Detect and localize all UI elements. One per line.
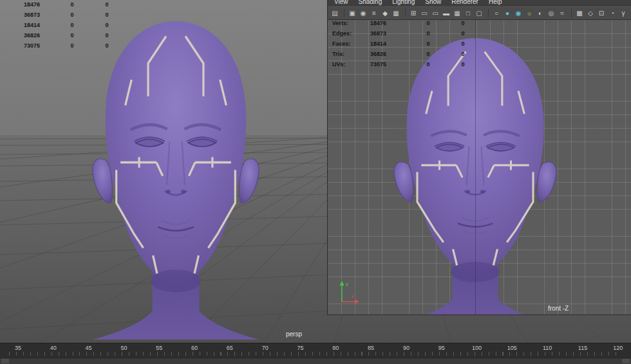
hud-value: 0	[67, 1, 77, 8]
time-slider[interactable]: 3540455055606570758085909510010511011512…	[0, 343, 631, 364]
hud-value: 36873	[370, 30, 386, 37]
panel-front: View Shading Lighting Show Renderer Help…	[327, 0, 631, 315]
timeline-tick-label: 60	[187, 345, 202, 351]
toolbar-separator	[341, 9, 344, 17]
hud-value: 18414	[1, 22, 40, 28]
viewport-front[interactable]: Verts:1847600 Edges:3687300 Faces:184140…	[328, 20, 631, 314]
hud-label: Tris:	[332, 51, 344, 57]
viewport-label-front: front -Z	[548, 305, 569, 312]
axis-y-label: y	[346, 281, 348, 287]
hud-value: 0	[423, 41, 433, 47]
range-slider[interactable]	[0, 358, 631, 364]
hud-row: 1847600	[0, 1, 142, 12]
timeline-tick-label: 105	[504, 345, 520, 351]
hud-row: Faces:1841400	[328, 41, 482, 51]
smooth-shade-icon[interactable]: ●	[502, 8, 513, 18]
hud-value: 0	[67, 32, 77, 39]
hud-value: 0	[423, 51, 433, 57]
two-d-pan-zoom-icon[interactable]: ⊞	[408, 8, 419, 18]
toolbar-separator	[485, 9, 489, 17]
menu-lighting[interactable]: Lighting	[392, 0, 415, 5]
motion-blur-icon[interactable]: ≈	[557, 8, 567, 18]
head-model-persp[interactable]	[72, 17, 279, 340]
hud-row: Edges:3687300	[328, 30, 482, 41]
hud-row: 3687300	[0, 12, 142, 22]
panel-menubar: View Shading Lighting Show Renderer Help	[328, 0, 631, 6]
menu-renderer[interactable]: Renderer	[451, 0, 478, 5]
select-camera-icon[interactable]: ▣	[347, 8, 357, 18]
timeline-tick-label: 95	[434, 345, 449, 351]
exposure-icon[interactable]: ◔	[607, 8, 617, 18]
menu-show[interactable]: Show	[425, 0, 441, 5]
timeline-tick-label: 50	[116, 345, 131, 351]
hud-label: Faces:	[332, 41, 351, 47]
timeline-tick-label: 100	[469, 345, 485, 351]
timeline-tick-label: 85	[363, 345, 379, 351]
hud-value: 0	[102, 22, 112, 28]
camera-attributes-icon[interactable]: ≡	[369, 8, 379, 18]
multisample-icon[interactable]: ▩	[574, 8, 585, 18]
lock-camera-icon[interactable]: ◉	[358, 8, 368, 18]
range-handle-left[interactable]	[1, 359, 9, 363]
hud-value: 36826	[370, 51, 386, 57]
field-chart-icon[interactable]: ▦	[452, 8, 462, 18]
bookmark-icon[interactable]: ◆	[380, 8, 390, 18]
hud-value: 0	[67, 42, 77, 49]
safe-title-icon[interactable]: ▢	[474, 8, 484, 18]
menu-view[interactable]: View	[334, 0, 348, 5]
hud-value: 73075	[1, 42, 40, 49]
hud-value: 0	[102, 32, 112, 39]
toolbar-separator	[402, 9, 406, 17]
panel-toolbar: ▤▣◉≡◆▦⊞▭▭▬▦□▢○●◉☼◐◎≈▩◇⊡◔γ⊞	[328, 6, 631, 20]
gate-mask-icon[interactable]: ▬	[441, 8, 451, 18]
head-model-front[interactable]	[374, 34, 576, 314]
safe-action-icon[interactable]: □	[463, 8, 473, 18]
hud-value: 0	[423, 30, 433, 37]
timeline-tick-label: 110	[540, 345, 555, 351]
gamma-icon[interactable]: γ	[618, 8, 628, 18]
menu-shading[interactable]: Shading	[359, 0, 382, 5]
hud-row: Tris:3682600	[328, 51, 482, 61]
panel-menu-icon[interactable]: ▤	[330, 8, 340, 18]
timeline-tick-label: 70	[258, 345, 273, 351]
hud-value: 0	[423, 20, 433, 26]
shadows-icon[interactable]: ◐	[535, 8, 545, 18]
ambient-occlusion-icon[interactable]: ◎	[546, 8, 556, 18]
use-all-lights-icon[interactable]: ☼	[524, 8, 534, 18]
film-gate-icon[interactable]: ▭	[419, 8, 429, 18]
wireframe-icon[interactable]: ○	[491, 8, 502, 18]
hud-row: 3682600	[0, 32, 142, 42]
timeline-tickmarks	[9, 352, 622, 356]
hud-row: UVs:7307500	[328, 61, 482, 71]
hud-label: Verts:	[332, 20, 348, 26]
timeline-tick-label: 55	[151, 345, 167, 351]
hud-row: 7307500	[0, 42, 142, 53]
timeline-tick-label: 40	[46, 345, 61, 351]
hud-value: 0	[102, 42, 112, 49]
hud-label: Edges:	[332, 30, 352, 37]
isolate-select-icon[interactable]: ⊡	[596, 8, 607, 18]
hud-value: 0	[458, 20, 468, 26]
timeline-tick-label: 90	[399, 345, 414, 351]
image-plane-icon[interactable]: ▦	[391, 8, 401, 18]
maya-window: 1847600 3687300 1841400 3682600 7307500 …	[0, 0, 631, 364]
hud-value: 0	[67, 22, 77, 28]
toolbar-separator	[569, 9, 572, 17]
timeline-tick-label: 120	[610, 345, 626, 351]
resolution-gate-icon[interactable]: ▭	[430, 8, 440, 18]
menu-help[interactable]: Help	[489, 0, 502, 5]
hud-value: 0	[458, 41, 468, 47]
xray-icon[interactable]: ◇	[585, 8, 596, 18]
hud-value: 0	[458, 30, 468, 37]
timeline-tick-label: 35	[10, 345, 26, 351]
hud-value: 0	[102, 1, 112, 8]
hud-row: Verts:1847600	[328, 20, 482, 30]
hud-value: 0	[458, 61, 468, 68]
hud-value: 36826	[1, 32, 40, 39]
timeline-tick-label: 80	[328, 345, 343, 351]
timeline-tick-label: 45	[81, 345, 97, 351]
hud-value: 18414	[370, 41, 386, 47]
range-handle-right[interactable]	[622, 359, 630, 363]
axis-indicator: y x	[333, 277, 361, 307]
textured-icon[interactable]: ◉	[513, 8, 523, 18]
